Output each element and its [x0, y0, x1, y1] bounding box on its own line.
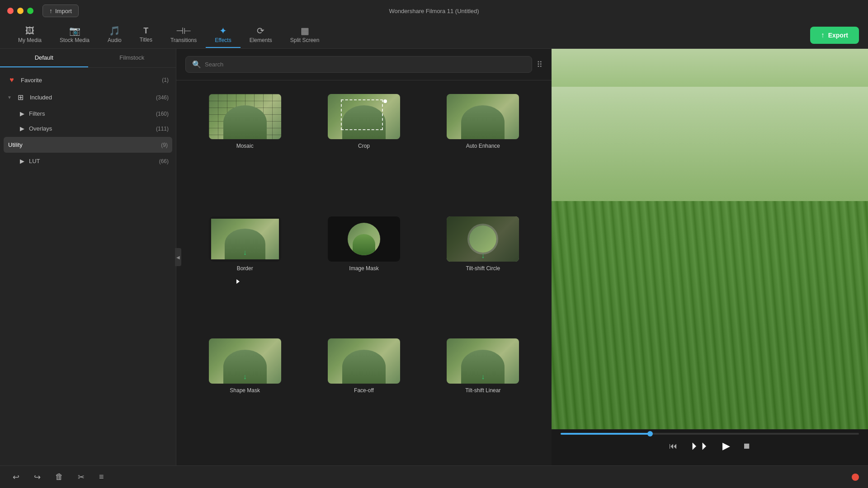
stop-button[interactable]: ⏹: [741, 440, 753, 453]
effect-item-shape-mask[interactable]: ↓ Shape Mask: [185, 334, 304, 456]
effect-label-border: Border: [237, 265, 253, 272]
adjust-button[interactable]: ≡: [95, 470, 108, 483]
export-button[interactable]: Export: [810, 27, 859, 44]
sidebar-item-overlays[interactable]: ▶ Overlays (111): [0, 121, 176, 136]
thumb-inner-crop: [328, 94, 400, 139]
step-back-button[interactable]: ⏮: [667, 440, 679, 453]
crop-handle: [383, 99, 387, 103]
export-label: Export: [828, 32, 848, 39]
minimize-button[interactable]: [17, 8, 24, 14]
my-media-icon: 🖼: [25, 26, 34, 35]
window-controls: [7, 8, 33, 14]
toolbar-label-audio: Audio: [108, 37, 122, 43]
toolbar-label-titles: Titles: [140, 37, 152, 43]
effect-thumb-face-off: [328, 338, 400, 384]
toolbar-item-split-screen[interactable]: ▦ Split Screen: [281, 23, 329, 48]
toolbar-label-stock-media: Stock Media: [60, 37, 90, 43]
effect-item-face-off[interactable]: Face-off: [304, 334, 423, 456]
effect-thumb-tilt-shift-linear: ↓: [447, 338, 519, 384]
titles-icon: T: [143, 27, 148, 35]
elements-icon: ⟳: [257, 26, 264, 35]
tilt-circle-center: [469, 225, 496, 253]
maximize-button[interactable]: [27, 8, 33, 14]
toolbar-item-audio[interactable]: 🎵 Audio: [99, 23, 131, 48]
tab-default-label: Default: [35, 54, 53, 61]
sky-layer: [552, 87, 868, 201]
wheat-stalks: [552, 201, 868, 429]
audio-icon: 🎵: [109, 26, 120, 35]
search-input[interactable]: [205, 61, 525, 68]
redo-button[interactable]: ↪: [30, 470, 44, 484]
filters-chevron: ▶: [20, 110, 24, 117]
effect-item-image-mask[interactable]: Image Mask: [304, 212, 423, 334]
tab-default[interactable]: Default: [0, 49, 88, 67]
effect-thumb-image-mask: [328, 216, 400, 262]
effect-item-border[interactable]: ↓ Border: [185, 212, 304, 334]
effect-item-tilt-shift-circle[interactable]: ↓ Tilt-shift Circle: [424, 212, 542, 334]
effect-label-mosaic: Mosaic: [236, 143, 254, 149]
import-button[interactable]: Import: [42, 5, 79, 17]
sidebar-item-included[interactable]: ▼ ⊞ Included (346): [0, 89, 176, 106]
stock-media-icon: 📷: [69, 26, 80, 35]
undo-button[interactable]: ↩: [9, 470, 23, 484]
timeline-marker: [852, 474, 859, 481]
face-off-figure: [342, 350, 386, 384]
play-button[interactable]: ▶: [721, 438, 732, 454]
image-mask-figure: [353, 234, 375, 255]
thumb-inner-shape-mask: ↓: [209, 338, 281, 384]
transitions-icon: ⊣⊢: [176, 26, 191, 35]
toolbar-item-stock-media[interactable]: 📷 Stock Media: [51, 23, 99, 48]
effect-item-tilt-shift-linear[interactable]: ↓ Tilt-shift Linear: [424, 334, 542, 456]
sidebar: Default Filmstock ♥ Favorite (1) ▼ ⊞ Inc…: [0, 49, 176, 465]
titlebar: Import Wondershare Filmora 11 (Untitled): [0, 0, 868, 22]
included-count: (346): [156, 94, 169, 101]
mosaic-figure: [223, 105, 267, 139]
shape-mask-download: ↓: [243, 373, 247, 381]
window-title: Wondershare Filmora 11 (Untitled): [389, 8, 479, 14]
effect-label-tilt-shift-circle: Tilt-shift Circle: [466, 265, 500, 272]
sidebar-item-filters[interactable]: ▶ Filters (160): [0, 106, 176, 121]
lut-chevron: ▶: [20, 158, 24, 164]
grid-toggle-icon[interactable]: ⠿: [537, 60, 542, 70]
toolbar-item-transitions[interactable]: ⊣⊢ Transitions: [161, 23, 206, 48]
included-icon: ⊞: [16, 93, 25, 102]
toolbar-item-my-media[interactable]: 🖼 My Media: [9, 23, 51, 48]
sidebar-tabs: Default Filmstock: [0, 49, 176, 68]
cut-button[interactable]: ✂: [74, 470, 88, 484]
toolbar-item-titles[interactable]: T Titles: [131, 23, 161, 47]
sidebar-item-lut[interactable]: ▶ LUT (66): [0, 154, 176, 169]
effect-item-auto-enhance[interactable]: Auto Enhance: [424, 89, 542, 212]
filters-count: (160): [156, 111, 169, 117]
search-icon: 🔍: [192, 60, 201, 69]
border-download: ↓: [243, 249, 247, 257]
sidebar-item-utility[interactable]: Utility (9): [4, 137, 172, 153]
delete-button[interactable]: 🗑: [52, 470, 67, 483]
toolbar-item-effects[interactable]: ✦ Effects: [206, 23, 240, 48]
thumb-inner-auto-enhance: [447, 94, 519, 139]
progress-bar[interactable]: [561, 433, 859, 435]
tab-filmstock[interactable]: Filmstock: [88, 49, 176, 67]
included-chevron: ▼: [7, 95, 12, 100]
progress-fill: [561, 433, 650, 435]
preview-controls: ⏮ ⏵⏵ ▶ ⏹: [552, 429, 868, 465]
sidebar-item-favorite[interactable]: ♥ Favorite (1): [0, 71, 176, 89]
thumb-inner-tilt-linear: ↓: [447, 338, 519, 384]
effect-item-crop[interactable]: Crop: [304, 89, 423, 212]
toolbar-item-elements[interactable]: ⟳ Elements: [241, 23, 281, 48]
play-pause-button[interactable]: ⏵⏵: [688, 438, 712, 454]
effect-thumb-crop: [328, 94, 400, 139]
thumb-inner-face-off: [328, 338, 400, 384]
effect-item-mosaic[interactable]: Mosaic: [185, 89, 304, 212]
lut-count: (66): [159, 158, 169, 164]
image-mask-circle: [348, 223, 380, 255]
thumb-inner-border: ↓: [209, 216, 281, 262]
collapse-handle[interactable]: ◀: [175, 248, 181, 266]
playback-controls: ⏮ ⏵⏵ ▶ ⏹: [561, 438, 859, 454]
auto-enhance-figure: [461, 105, 505, 139]
overlays-count: (111): [156, 126, 169, 132]
effect-label-face-off: Face-off: [354, 387, 374, 394]
effect-label-auto-enhance: Auto Enhance: [466, 143, 500, 149]
close-button[interactable]: [7, 8, 14, 14]
utility-count: (9): [161, 142, 168, 148]
tilt-circle-download: ↓: [481, 252, 485, 260]
